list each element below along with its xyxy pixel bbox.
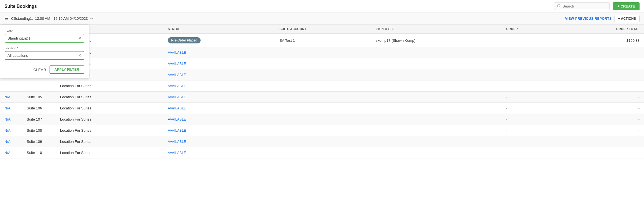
cell-status: AVAILABLE [163,136,275,147]
view-previous-reports-link[interactable]: VIEW PREVIOUS REPORTS [565,17,612,21]
clear-button[interactable]: CLEAR [33,68,46,72]
table-row: N/ASuite 107Location For SuitesAVAILABLE… [0,114,644,125]
order-dash: - [506,38,507,43]
total-dash: - [638,106,640,110]
status-available: AVAILABLE [168,62,186,66]
table-row: Location For SuitesAVAILABLE-- [0,69,644,80]
cell-order-total: - [557,47,644,58]
cell-number[interactable]: N/A [0,92,22,103]
cell-suite-account [275,114,371,125]
cell-number [0,80,22,92]
location-input[interactable] [8,53,77,58]
edit-icon[interactable]: ✏ [90,16,93,21]
cell-employee [371,58,502,69]
location-clear-icon[interactable]: ✕ [78,53,82,58]
cell-order-total: - [557,58,644,69]
event-clear-icon[interactable]: ✕ [78,36,82,40]
cell-order-total: - [557,136,644,147]
status-available: AVAILABLE [168,95,186,99]
search-icon [557,4,561,9]
cell-suite-account [275,92,371,103]
filter-actions: CLEAR APPLY FILTER [5,65,84,74]
cell-order: - [502,69,557,80]
col-header-order-total: ORDER TOTAL [557,25,644,34]
cell-location: Location For Suites [56,125,163,136]
cell-order: - [502,58,557,69]
filter-panel: Event * ✕ Location * ✕ CLEAR APPLY FILTE… [0,25,89,79]
col-header-employee: EMPLOYEE [371,25,502,34]
create-button[interactable]: + CREATE [613,2,640,10]
actions-button[interactable]: + ACTIONS [615,15,640,22]
event-input[interactable] [8,36,77,40]
table-row: N/ASuite 109Location For SuitesAVAILABLE… [0,136,644,147]
cell-employee [371,103,502,114]
event-time: 12:00 AM - 12:10 AM 04/10/2023 [35,16,88,21]
cell-location: Location For Suites [56,103,163,114]
cell-number[interactable]: N/A [0,103,22,114]
cell-number[interactable]: N/A [0,147,22,158]
location-input-wrap[interactable]: ✕ [5,51,84,60]
table-row: Location For SuitesPre-Order PlacedSA Te… [0,34,644,47]
table-row: N/ASuite 108Location For SuitesAVAILABLE… [0,125,644,136]
cell-order: - [502,136,557,147]
cell-employee: skemp17 (Shawn Kemp) [371,34,502,47]
main-content: Event * ✕ Location * ✕ CLEAR APPLY FILTE… [0,25,644,158]
cell-order-total: - [557,114,644,125]
total-dash: - [638,95,640,99]
table-row: Location For SuitesAVAILABLE-- [0,47,644,58]
table-row: Location For SuitesAVAILABLE-- [0,58,644,69]
cell-number[interactable]: N/A [0,125,22,136]
svg-point-0 [557,4,560,7]
apply-filter-button[interactable]: APPLY FILTER [50,65,84,74]
cell-order: - [502,34,557,47]
cell-status: AVAILABLE [163,80,275,92]
cell-suite-account: SA Test 1 [275,34,371,47]
table-header-row: SUITE LOCATION STATUS SUITE ACCOUNT EMPL… [0,25,644,34]
cell-employee [371,47,502,58]
cell-employee [371,80,502,92]
status-available: AVAILABLE [168,106,186,110]
cell-order: - [502,92,557,103]
cell-suite-account [275,80,371,92]
bookings-table-container: SUITE LOCATION STATUS SUITE ACCOUNT EMPL… [0,25,644,158]
order-dash: - [506,62,507,66]
cell-order-total: - [557,69,644,80]
status-available: AVAILABLE [168,151,186,155]
cell-suite-account [275,58,371,69]
cell-order-total: - [557,125,644,136]
location-field-label: Location * [5,46,84,50]
status-badge: Pre-Order Placed [168,37,200,43]
status-available: AVAILABLE [168,73,186,77]
hamburger-icon[interactable]: ☰ [4,16,8,21]
cell-location: Location For Suites [56,147,163,158]
sub-header: ☰ CSstanding1: 12:00 AM - 12:10 AM 04/10… [0,13,644,25]
cell-suite: Suite 107 [22,114,56,125]
cell-status: AVAILABLE [163,103,275,114]
cell-status: AVAILABLE [163,92,275,103]
col-header-status: STATUS [163,25,275,34]
event-info: CSstanding1: 12:00 AM - 12:10 AM 04/10/2… [11,16,93,21]
cell-employee [371,69,502,80]
cell-employee [371,136,502,147]
cell-number[interactable]: N/A [0,136,22,147]
cell-location: Location For Suites [56,114,163,125]
event-filter-field: Event * ✕ [5,29,84,43]
cell-suite-account [275,103,371,114]
cell-status: AVAILABLE [163,47,275,58]
cell-status: AVAILABLE [163,114,275,125]
cell-employee [371,147,502,158]
cell-status: Pre-Order Placed [163,34,275,47]
total-dash: - [638,73,640,77]
search-input[interactable] [562,4,606,8]
status-available: AVAILABLE [168,84,186,88]
col-header-suite-account: SUITE ACCOUNT [275,25,371,34]
cell-status: AVAILABLE [163,58,275,69]
cell-order-total: $150.83 [557,34,644,47]
event-input-wrap[interactable]: ✕ [5,34,84,43]
cell-number[interactable]: N/A [0,114,22,125]
cell-employee [371,92,502,103]
cell-suite: Suite 105 [22,92,56,103]
table-row: N/ASuite 110Location For SuitesAVAILABLE… [0,147,644,158]
search-box[interactable] [554,3,610,10]
bookings-table: SUITE LOCATION STATUS SUITE ACCOUNT EMPL… [0,25,644,158]
